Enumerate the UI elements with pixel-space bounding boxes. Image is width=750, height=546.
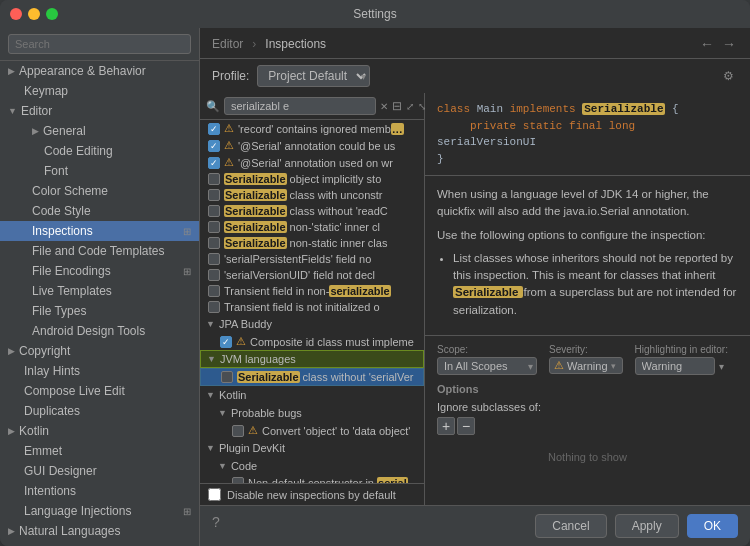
sidebar-item-code-style[interactable]: Code Style [0, 201, 199, 221]
triangle-icon: ▶ [8, 346, 15, 356]
profile-select-wrapper: Project Default [257, 65, 370, 87]
list-item[interactable]: ⚠ '@Serial' annotation used on wr [200, 154, 424, 171]
sidebar-item-kotlin[interactable]: ▶ Kotlin [0, 421, 199, 441]
inspection-checkbox[interactable] [208, 253, 220, 265]
inspection-checkbox[interactable] [208, 221, 220, 233]
apply-button[interactable]: Apply [615, 514, 679, 538]
inspection-checkbox[interactable] [208, 301, 220, 313]
list-item[interactable]: Transient field in non-serializable [200, 283, 424, 299]
inspection-checkbox[interactable] [208, 157, 220, 169]
sidebar-item-live-templates[interactable]: Live Templates [0, 281, 199, 301]
profile-select[interactable]: Project Default [257, 65, 370, 87]
sidebar-item-general[interactable]: ▶ General [0, 121, 199, 141]
filter-btn[interactable]: ⊟ [392, 99, 402, 113]
triangle-icon: ▶ [32, 126, 39, 136]
sidebar-search-area [0, 28, 199, 61]
severity-badge: ⚠ Warning ▾ [549, 357, 623, 374]
list-item[interactable]: Serializable object implicitly sto [200, 171, 424, 187]
sidebar-item-duplicates[interactable]: Duplicates [0, 401, 199, 421]
sidebar-item-label: Keymap [24, 84, 68, 98]
inspection-checkbox[interactable] [208, 237, 220, 249]
inspection-checkbox[interactable] [208, 205, 220, 217]
inspection-group-jpa-buddy[interactable]: ▼ JPA Buddy [200, 315, 424, 333]
remove-item-button[interactable]: − [457, 417, 475, 435]
inspection-checkbox[interactable] [220, 336, 232, 348]
inspection-search-input[interactable] [224, 97, 376, 115]
sidebar-item-natural-languages[interactable]: ▶ Natural Languages [0, 521, 199, 541]
forward-arrow[interactable]: → [720, 36, 738, 52]
help-icon[interactable]: ? [212, 514, 220, 538]
back-arrow[interactable]: ← [698, 36, 716, 52]
traffic-lights [10, 8, 58, 20]
list-item-serializable-class[interactable]: Serializable class without 'serialVer [200, 368, 424, 386]
list-item[interactable]: 'serialVersionUID' field not decl [200, 267, 424, 283]
sidebar-item-appearance[interactable]: ▶ Appearance & Behavior [0, 61, 199, 81]
inspection-checkbox[interactable] [208, 189, 220, 201]
add-item-button[interactable]: + [437, 417, 455, 435]
maximize-button[interactable] [46, 8, 58, 20]
sidebar-item-label: File and Code Templates [32, 244, 165, 258]
sidebar-item-file-encodings[interactable]: File Encodings ⊞ [0, 261, 199, 281]
expand-all-btn[interactable]: ⤢ [406, 101, 414, 112]
inspection-subgroup-probable-bugs[interactable]: ▼ Probable bugs [200, 404, 424, 422]
code-line-1: class Main implements Serializable { [437, 101, 738, 118]
sidebar-item-gui-designer[interactable]: GUI Designer [0, 461, 199, 481]
inspection-group-kotlin[interactable]: ▼ Kotlin [200, 386, 424, 404]
sidebar-item-inspections[interactable]: Inspections ⊞ [0, 221, 199, 241]
sidebar-item-label: Font [44, 164, 68, 178]
list-item[interactable]: ⚠ 'record' contains ignored memb… [200, 120, 424, 137]
group-label: Kotlin [219, 389, 247, 401]
main-header: Editor › Inspections ← → [200, 28, 750, 59]
inspection-checkbox[interactable] [221, 371, 233, 383]
inspection-list-panel: 🔍 ✕ ⊟ ⤢ ⤡ □ + − ⚠ [200, 93, 425, 505]
sidebar-item-inlay-hints[interactable]: Inlay Hints [0, 361, 199, 381]
inspection-subgroup-code[interactable]: ▼ Code [200, 457, 424, 475]
sidebar-item-font[interactable]: Font [0, 161, 199, 181]
inspection-group-plugin-devkit[interactable]: ▼ Plugin DevKit [200, 439, 424, 457]
sidebar-item-code-editing[interactable]: Code Editing [0, 141, 199, 161]
sidebar-search-input[interactable] [8, 34, 191, 54]
sidebar-item-compose-live-edit[interactable]: Compose Live Edit [0, 381, 199, 401]
disable-new-inspections-checkbox[interactable] [208, 488, 221, 501]
sidebar-item-copyright[interactable]: ▶ Copyright [0, 341, 199, 361]
description-list: List classes whose inheritors should not… [453, 250, 738, 319]
sidebar-item-emmet[interactable]: Emmet [0, 441, 199, 461]
sidebar-item-file-types[interactable]: File Types [0, 301, 199, 321]
list-item[interactable]: Non-default constructor in serial [200, 475, 424, 483]
list-item[interactable]: Serializable class without 'readC [200, 203, 424, 219]
sidebar-item-label: Compose Live Edit [24, 384, 125, 398]
list-item[interactable]: ⚠ '@Serial' annotation could be us [200, 137, 424, 154]
highlight-select[interactable]: Warning [635, 357, 715, 375]
sidebar-item-file-code-templates[interactable]: File and Code Templates [0, 241, 199, 261]
settings-btn[interactable]: ⚙ [719, 67, 738, 85]
inspection-checkbox[interactable] [208, 140, 220, 152]
sidebar-item-android-design-tools[interactable]: Android Design Tools [0, 321, 199, 341]
sidebar-item-language-injections[interactable]: Language Injections ⊞ [0, 501, 199, 521]
list-item[interactable]: Serializable class with unconstr [200, 187, 424, 203]
sidebar-item-intentions[interactable]: Intentions [0, 481, 199, 501]
close-button[interactable] [10, 8, 22, 20]
clear-search-btn[interactable]: ✕ [380, 101, 388, 112]
list-item[interactable]: ⚠ Convert 'object' to 'data object' [200, 422, 424, 439]
list-item[interactable]: Serializable non-'static' inner cl [200, 219, 424, 235]
plugin-icon: ⊞ [183, 506, 191, 517]
inspection-checkbox[interactable] [208, 285, 220, 297]
ok-button[interactable]: OK [687, 514, 738, 538]
list-item[interactable]: 'serialPersistentFields' field no [200, 251, 424, 267]
cancel-button[interactable]: Cancel [535, 514, 606, 538]
inspection-checkbox[interactable] [232, 425, 244, 437]
sidebar-item-color-scheme[interactable]: Color Scheme [0, 181, 199, 201]
inspection-checkbox[interactable] [208, 123, 220, 135]
scope-select[interactable]: In All Scopes [437, 357, 537, 375]
sidebar-item-reader-mode[interactable]: Reader Mode ⊞ [0, 541, 199, 546]
sidebar-item-keymap[interactable]: Keymap [0, 81, 199, 101]
list-item[interactable]: Serializable non-static inner clas [200, 235, 424, 251]
inspection-checkbox[interactable] [208, 173, 220, 185]
list-item[interactable]: ⚠ Composite id class must impleme [200, 333, 424, 350]
inspection-group-jvm-languages[interactable]: ▼ JVM languages [200, 350, 424, 368]
minimize-button[interactable] [28, 8, 40, 20]
warning-triangle-icon: ⚠ [554, 359, 564, 372]
sidebar-item-editor[interactable]: ▼ Editor [0, 101, 199, 121]
inspection-checkbox[interactable] [208, 269, 220, 281]
list-item[interactable]: Transient field is not initialized o [200, 299, 424, 315]
